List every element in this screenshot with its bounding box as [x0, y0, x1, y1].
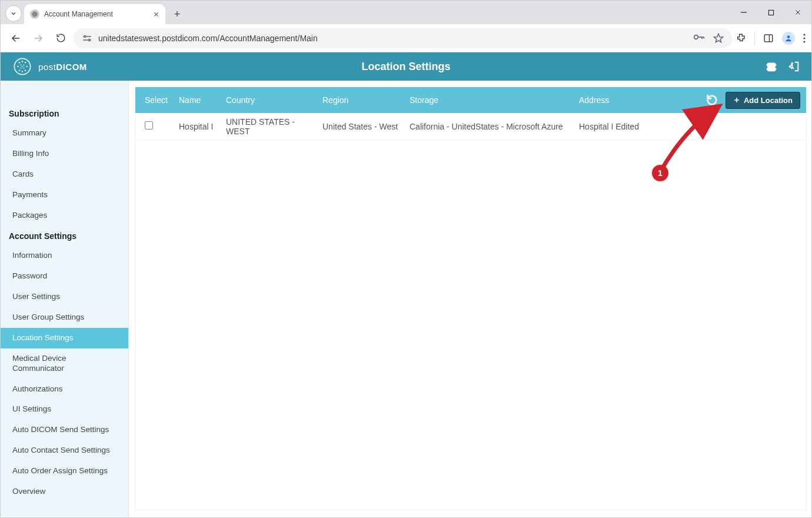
- cell-storage: California - UnitedStates - Microsoft Az…: [406, 122, 575, 131]
- col-header-country[interactable]: Country: [222, 95, 319, 105]
- svg-point-14: [694, 35, 698, 39]
- favicon-icon: [30, 9, 39, 19]
- sidebar-item-user-group-settings[interactable]: User Group Settings: [1, 307, 128, 328]
- sidebar: SubscriptionSummaryBilling InfoCardsPaym…: [1, 81, 129, 517]
- svg-rect-19: [764, 35, 773, 42]
- app-header: postDICOM Location Settings: [1, 52, 811, 81]
- svg-point-27: [22, 61, 23, 62]
- browser-titlebar: Account Management +: [1, 1, 811, 24]
- tab-dropdown-button[interactable]: [5, 5, 22, 22]
- svg-point-24: [803, 41, 805, 42]
- nav-reload-button[interactable]: [51, 29, 70, 48]
- arrow-right-icon: [33, 33, 44, 44]
- sidebar-item-medical-device-communicator[interactable]: Medical Device Communicator: [1, 348, 128, 379]
- svg-point-35: [24, 65, 25, 66]
- cell-country: UNITED STATES - WEST: [222, 117, 319, 136]
- sidebar-item-information[interactable]: Information: [1, 245, 128, 266]
- chrome-menu-button[interactable]: [803, 34, 806, 43]
- sidebar-item-user-settings[interactable]: User Settings: [1, 287, 128, 307]
- window-controls: [730, 1, 811, 24]
- sidebar-item-summary[interactable]: Summary: [1, 123, 128, 144]
- svg-point-11: [88, 39, 90, 41]
- svg-point-38: [22, 66, 23, 67]
- svg-point-37: [24, 68, 25, 69]
- window-close-button[interactable]: [784, 1, 811, 24]
- cell-region: United States - West: [319, 122, 406, 131]
- svg-point-36: [21, 68, 22, 69]
- omnibox[interactable]: unitedstateswest.postdicom.com/AccountMa…: [74, 28, 732, 48]
- chevron-down-icon: [10, 10, 17, 17]
- close-icon: [153, 11, 159, 18]
- brand-text: postDICOM: [38, 62, 87, 72]
- svg-point-30: [26, 66, 27, 67]
- col-header-name[interactable]: Name: [175, 95, 222, 105]
- tab-title: Account Management: [44, 10, 113, 18]
- window-maximize-button[interactable]: [757, 1, 784, 24]
- sidebar-item-ui-settings[interactable]: UI Settings: [1, 399, 128, 420]
- locations-panel: Select Name Country Region Storage Addre…: [135, 87, 807, 510]
- page-title: Location Settings: [361, 61, 450, 73]
- sidebar-item-payments[interactable]: Payments: [1, 185, 128, 205]
- logo-mark-icon: [12, 57, 32, 77]
- svg-point-39: [791, 62, 793, 65]
- svg-point-8: [84, 35, 86, 37]
- add-location-label: Add Location: [744, 96, 793, 105]
- sidebar-item-authorizations[interactable]: Authorizations: [1, 379, 128, 400]
- close-icon: [794, 9, 801, 16]
- sidebar-item-packages[interactable]: Packages: [1, 205, 128, 226]
- browser-address-bar: unitedstateswest.postdicom.com/AccountMa…: [1, 24, 811, 52]
- ticket-icon[interactable]: [764, 60, 778, 73]
- sidebar-group-header: Account Settings: [1, 225, 128, 245]
- reload-icon: [56, 33, 66, 43]
- col-header-select[interactable]: Select: [141, 95, 175, 105]
- nav-forward-button[interactable]: [29, 29, 48, 48]
- svg-point-21: [787, 35, 790, 38]
- svg-point-29: [17, 66, 18, 67]
- site-settings-icon[interactable]: [82, 34, 92, 42]
- col-header-region[interactable]: Region: [319, 95, 406, 105]
- extensions-icon[interactable]: [736, 33, 746, 44]
- separator: [754, 32, 755, 45]
- col-header-storage[interactable]: Storage: [406, 95, 575, 105]
- plus-icon: [733, 97, 740, 104]
- url-text: unitedstateswest.postdicom.com/AccountMa…: [98, 34, 318, 43]
- arrow-left-icon: [11, 33, 21, 44]
- main-content: Select Name Country Region Storage Addre…: [129, 81, 811, 517]
- kebab-icon: [803, 34, 806, 43]
- svg-marker-18: [714, 34, 723, 42]
- browser-tab[interactable]: Account Management: [24, 4, 165, 24]
- sidebar-item-auto-order-assign-settings[interactable]: Auto Order Assign Settings: [1, 461, 128, 482]
- sidebar-item-location-settings[interactable]: Location Settings: [1, 328, 128, 348]
- window-minimize-button[interactable]: [730, 1, 757, 24]
- svg-point-22: [803, 34, 805, 35]
- sidebar-item-billing-info[interactable]: Billing Info: [1, 144, 128, 164]
- minimize-icon: [740, 9, 747, 16]
- nav-back-button[interactable]: [6, 29, 25, 48]
- row-checkbox[interactable]: [145, 121, 153, 130]
- svg-point-28: [25, 62, 26, 63]
- svg-point-34: [21, 65, 22, 66]
- sidebar-item-cards[interactable]: Cards: [1, 164, 128, 185]
- add-location-button[interactable]: Add Location: [726, 92, 800, 109]
- cell-name: Hospital I: [175, 122, 222, 131]
- svg-rect-3: [768, 10, 773, 15]
- tab-close-button[interactable]: [153, 11, 159, 18]
- svg-point-32: [22, 71, 23, 72]
- sidebar-item-auto-contact-send-settings[interactable]: Auto Contact Send Settings: [1, 440, 128, 461]
- person-icon: [784, 34, 793, 42]
- sidebar-group-header: Subscription: [1, 103, 128, 123]
- password-key-icon[interactable]: [693, 33, 705, 44]
- sidebar-item-auto-dicom-send-settings[interactable]: Auto DICOM Send Settings: [1, 420, 128, 440]
- svg-point-33: [25, 70, 26, 71]
- side-panel-icon[interactable]: [763, 33, 774, 44]
- sidebar-item-overview[interactable]: Overview: [1, 482, 128, 502]
- sidebar-item-password[interactable]: Password: [1, 266, 128, 287]
- maximize-icon: [768, 9, 774, 16]
- new-tab-button[interactable]: +: [169, 6, 185, 22]
- brand-logo[interactable]: postDICOM: [1, 57, 87, 77]
- profile-avatar[interactable]: [782, 32, 795, 45]
- exit-icon[interactable]: [787, 60, 801, 73]
- annotation-badge: 1: [652, 165, 668, 181]
- bookmark-star-icon[interactable]: [713, 33, 724, 44]
- svg-point-23: [803, 37, 805, 39]
